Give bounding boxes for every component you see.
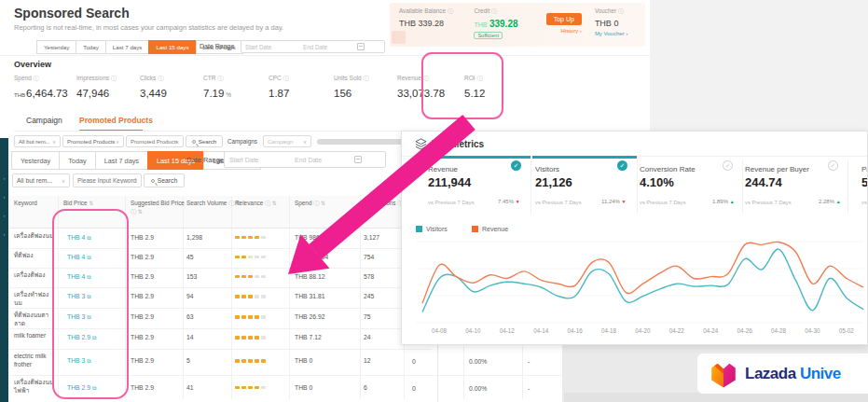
table-row-divider	[9, 375, 432, 376]
relevance-dot	[248, 236, 253, 240]
start-date-input[interactable]	[245, 44, 303, 50]
column-header-suggested-bid-price[interactable]: Suggested Bid Price ⓘ ⇅	[131, 200, 185, 215]
bid-price-link[interactable]: THB 3⧉	[67, 313, 91, 322]
column-header-search-volume[interactable]: Search Volume ⓘ ⇅	[186, 200, 241, 208]
relevance-dot	[241, 386, 246, 390]
my-voucher-link[interactable]: My Voucher ›	[595, 31, 638, 36]
relevance-dot	[248, 256, 253, 259]
info-icon: ⓘ	[363, 76, 368, 81]
sort-icon[interactable]: ⇅	[138, 209, 143, 215]
table-cell-search-volume: 63	[186, 313, 194, 322]
bid-price-link[interactable]: THB 2.9⧉	[67, 384, 96, 393]
metric-card-compare: vs Previous 7 Days	[745, 200, 792, 205]
metric-card-label-pageviews[interactable]: Pageviews	[861, 165, 868, 173]
edit-icon[interactable]: ⧉	[87, 314, 90, 320]
sort-icon[interactable]: ⇅	[321, 201, 325, 206]
date-filter-last-7-days[interactable]: Last 7 days	[95, 151, 148, 170]
table-cell-suggested-bid: THB 2.9	[131, 313, 154, 322]
bid-price-link[interactable]: THB 4⧉	[67, 234, 91, 243]
table-header-border	[9, 228, 432, 229]
keyword-search-field[interactable]	[73, 173, 142, 187]
legend-item-revenue[interactable]: Revenue	[472, 226, 508, 232]
relevance-dot	[241, 256, 246, 259]
bid-price-link[interactable]: THB 2.9⧉	[67, 334, 96, 342]
bid-price-link[interactable]: THB 3⧉	[67, 293, 91, 301]
date-filter-yesterday[interactable]: Yesterday	[36, 40, 76, 54]
legend-item-visitors[interactable]: Visitors	[416, 226, 448, 232]
end-date-input[interactable]	[303, 44, 357, 50]
start-date-input[interactable]	[229, 157, 295, 163]
end-date-input[interactable]	[295, 157, 354, 163]
metric-card-label-conversion-rate[interactable]: Conversion Rate	[640, 165, 696, 173]
date-filter-today[interactable]: Today	[76, 40, 106, 54]
selected-card-bar	[416, 156, 530, 159]
date-filter-last-15-days[interactable]: Last 15 days	[148, 40, 196, 54]
top-up-button[interactable]: Top Up	[546, 13, 582, 25]
date-filter-yesterday[interactable]: Yesterday	[11, 151, 60, 170]
relevance-dot	[248, 315, 253, 319]
overview-metric-impressions: Impressions ⓘ47,946	[76, 75, 117, 99]
bid-price-link[interactable]: THB 4⧉	[67, 273, 91, 282]
product-search-button[interactable]: Search	[186, 135, 223, 147]
relevance-dot	[235, 315, 240, 319]
relevance-dot	[241, 295, 246, 298]
relevance-dot	[261, 359, 266, 363]
tab-promoted-products[interactable]: Promoted Products	[79, 116, 153, 125]
metric-card-check-icon[interactable]: ✓	[828, 160, 838, 171]
table-cell-impressions: 754	[364, 254, 374, 262]
product-search-field[interactable]	[126, 135, 184, 147]
edit-icon[interactable]: ⧉	[92, 385, 96, 391]
metric-card-check-icon[interactable]: ✓	[617, 160, 627, 171]
keyword-scope-dropdown[interactable]: All but rem...∨	[12, 173, 70, 187]
chevron-down-icon: ∨	[303, 139, 307, 145]
relevance-dot	[255, 386, 259, 390]
column-header-spend[interactable]: Spend ⓘ ⇅	[295, 200, 349, 208]
bid-price-link[interactable]: THB 4⧉	[67, 254, 91, 262]
keyword-search-button[interactable]: Search	[144, 173, 185, 187]
column-header-bid-price[interactable]: Bid Price ⇅	[63, 200, 117, 208]
history-link[interactable]: History ›	[541, 28, 582, 34]
tab-campaign[interactable]: Campaign	[26, 116, 62, 125]
relevance-dot	[255, 336, 259, 340]
date-range-large[interactable]	[224, 151, 386, 168]
relevance-dot	[248, 359, 253, 363]
sort-icon[interactable]: ⇅	[89, 201, 93, 206]
scope-dropdown[interactable]: All but rem...∨	[14, 135, 61, 147]
date-filter-today[interactable]: Today	[59, 151, 95, 170]
x-axis-tick-label: 04-10	[465, 327, 480, 334]
relevance-dot	[261, 315, 266, 319]
relevance-dot	[248, 336, 253, 340]
date-filter-last-7-days[interactable]: Last 7 days	[105, 40, 150, 54]
info-icon: ⓘ	[34, 76, 39, 81]
keyword-search-input[interactable]	[77, 177, 137, 184]
overview-metric-clicks: Clicks ⓘ3,449	[140, 75, 167, 99]
product-search-input[interactable]	[131, 139, 179, 145]
metric-card-label-visitors[interactable]: Visitors	[535, 165, 559, 173]
type-dropdown[interactable]: Promoted Products∨	[62, 135, 124, 147]
edit-icon[interactable]: ⧉	[87, 294, 90, 299]
bid-price-link[interactable]: THB 3⧉	[67, 357, 91, 366]
relevance-dot	[241, 359, 246, 363]
edit-icon[interactable]: ⧉	[87, 235, 90, 241]
trend-up-icon: ▲	[836, 199, 841, 204]
column-header-keyword[interactable]: Keyword	[14, 200, 59, 208]
metric-card-value-conversion-rate: 4.10%	[640, 175, 674, 189]
collapsed-sidebar[interactable]: ››››	[0, 138, 8, 402]
column-header-relevance[interactable]: Relevance ⓘ ⇅	[235, 200, 289, 208]
metric-card-check-icon[interactable]: ✓	[723, 160, 733, 171]
metric-card-value-pageviews: 53,29	[861, 175, 868, 189]
metric-card-label-revenue-per-buyer[interactable]: Revenue per Buyer	[745, 165, 809, 173]
horizontal-scrollbar[interactable]	[317, 139, 413, 145]
campaign-dropdown[interactable]: Campaign∨	[263, 135, 311, 147]
metric-number: 33,073.78	[397, 88, 445, 99]
relevance-dot	[235, 236, 240, 240]
sort-icon[interactable]: ⇅	[272, 201, 277, 206]
metric-card-check-icon[interactable]: ✓	[511, 160, 521, 171]
edit-icon[interactable]: ⧉	[87, 274, 90, 280]
metric-label: Spend ⓘ	[14, 75, 68, 83]
metric-card-label-revenue[interactable]: Revenue	[428, 165, 458, 173]
date-range-small[interactable]	[241, 40, 385, 53]
edit-icon[interactable]: ⧉	[87, 255, 90, 260]
edit-icon[interactable]: ⧉	[92, 335, 96, 340]
edit-icon[interactable]: ⧉	[87, 358, 90, 364]
